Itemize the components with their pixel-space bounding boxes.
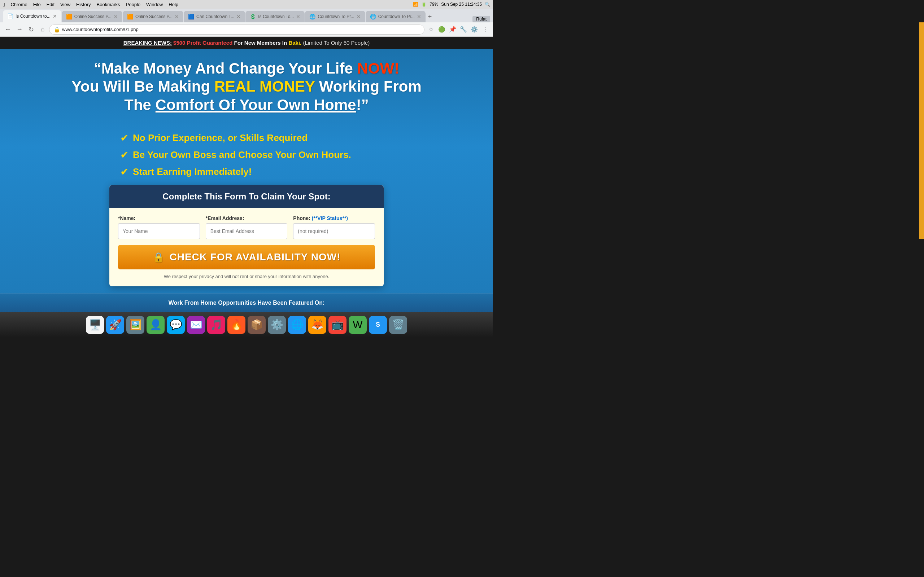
dock-finder-icon[interactable]: 🖥️: [86, 316, 104, 334]
hero-now: NOW!: [357, 60, 399, 77]
tab-3-title: Online Success P...: [135, 14, 173, 19]
hero-line2: You Will Be Making: [71, 78, 215, 95]
extension-2-icon[interactable]: 📌: [447, 24, 458, 35]
dock-contacts-icon[interactable]: 👤: [147, 316, 165, 334]
url-text: www.countdowntoprofits.com/01.php: [62, 27, 420, 32]
name-input[interactable]: [118, 223, 200, 239]
featured-text: Work From Home Opportunities Have Been F…: [168, 300, 325, 306]
phone-vip-label: (**VIP Status**): [312, 215, 348, 221]
breaking-news-city: Baki.: [288, 40, 301, 46]
dock-settings-icon[interactable]: ⚙️: [268, 316, 286, 334]
form-header: Complete This Form To Claim Your Spot:: [109, 185, 384, 208]
address-bar: ← → ↻ ⌂ 🔒 www.countdowntoprofits.com/01.…: [0, 23, 493, 37]
back-button[interactable]: ←: [3, 24, 13, 35]
tab-2[interactable]: 🟧 Online Success P... ✕: [62, 11, 122, 23]
tab-5-close[interactable]: ✕: [296, 14, 300, 19]
tab-6-close[interactable]: ✕: [357, 14, 361, 19]
name-label: *Name:: [118, 215, 200, 221]
menu-file[interactable]: File: [33, 2, 41, 7]
tab-2-favicon: 🟧: [66, 14, 72, 19]
hero-line1: “Make Money And Change Your Life: [94, 60, 357, 77]
tab-3-close[interactable]: ✕: [175, 14, 179, 19]
dock-safari-icon[interactable]: S: [369, 316, 387, 334]
menu-window[interactable]: Window: [146, 2, 163, 7]
checkmark-2-icon: ✔: [120, 149, 129, 161]
extension-1-icon[interactable]: 🟢: [437, 24, 447, 35]
bullet-item-1: ✔ No Prior Experience, or Skills Require…: [120, 132, 373, 144]
tab-7-title: Countdown To Pr...: [378, 14, 415, 19]
hero-comfort: Comfort Of Your Own Home: [155, 96, 356, 113]
menu-history[interactable]: History: [76, 2, 90, 7]
address-bar-actions: ☆ 🟢 📌 🔧 ⚙️ ⋮: [426, 24, 490, 35]
dock-chrome-icon[interactable]: 🌐: [288, 316, 306, 334]
submit-button[interactable]: 🔒 CHECK FOR AVAILABILITY NOW!: [118, 245, 375, 269]
clock: Sun Sep 25 11:24:35: [441, 2, 482, 7]
bullet-item-3: ✔ Start Earning Immediately!: [120, 166, 373, 178]
reload-button[interactable]: ↻: [26, 24, 36, 35]
phone-label: Phone: (**VIP Status**): [293, 215, 375, 221]
dock: 🖥️ 🚀 🖼️ 👤 💬 ✉️ 🎵 🔥 📦 ⚙️ 🌐 🦊 📺 W S 🗑️: [0, 312, 493, 337]
menu-help[interactable]: Help: [168, 2, 178, 7]
name-field-group: *Name:: [118, 215, 200, 239]
wifi-icon: 📶: [413, 2, 418, 7]
tab-7-close[interactable]: ✕: [417, 14, 421, 19]
phone-input[interactable]: [293, 223, 375, 239]
tab-6-title: Countdown To Pr...: [318, 14, 354, 19]
profile-button[interactable]: Rufat: [472, 16, 490, 23]
url-bar[interactable]: 🔒 www.countdowntoprofits.com/01.php: [49, 24, 425, 35]
page-content: BREAKING NEWS: $500 Profit Guaranteed Fo…: [0, 37, 493, 312]
dock-launch-icon[interactable]: 🚀: [106, 316, 124, 334]
form-fields: *Name: *Email Address: Phone: (**VIP Sta…: [118, 215, 375, 239]
breaking-news-label: BREAKING NEWS:: [123, 40, 172, 46]
tab-5-favicon: 💲: [250, 14, 256, 19]
dock-app2-icon[interactable]: 📦: [247, 316, 266, 334]
tab-2-close[interactable]: ✕: [114, 14, 118, 19]
menu-bar-right: 📶 🔋 79% Sun Sep 25 11:24:35 🔍: [413, 2, 490, 7]
tab-7[interactable]: 🌐 Countdown To Pr... ✕: [366, 11, 426, 23]
checkmark-1-icon: ✔: [120, 132, 129, 144]
tab-4[interactable]: 🟦 Can Countdown T... ✕: [184, 11, 245, 23]
tab-7-favicon: 🌐: [370, 14, 376, 19]
tab-3[interactable]: 🟧 Online Success P... ✕: [123, 11, 183, 23]
dock-skype-icon[interactable]: 💬: [167, 316, 185, 334]
tab-4-close[interactable]: ✕: [236, 14, 241, 19]
menu-view[interactable]: View: [60, 2, 70, 7]
dock-app1-icon[interactable]: 🔥: [228, 316, 246, 334]
dock-photo-icon[interactable]: 🖼️: [126, 316, 144, 334]
apple-logo-icon[interactable]: : [3, 2, 5, 8]
tab-5[interactable]: 💲 Is Countdown To... ✕: [246, 11, 305, 23]
hero-real-money: REAL MONEY: [215, 78, 315, 95]
extension-3-icon[interactable]: 🔧: [459, 24, 468, 35]
breaking-news-middle: For New Members In: [234, 40, 289, 46]
menu-bookmarks[interactable]: Bookmarks: [97, 2, 120, 7]
star-icon[interactable]: ☆: [426, 24, 436, 35]
hero-line3-pre: The: [124, 96, 155, 113]
search-icon[interactable]: 🔍: [485, 2, 490, 7]
forward-button[interactable]: →: [15, 24, 24, 35]
dock-app4-icon[interactable]: 📺: [328, 316, 347, 334]
privacy-text: We respect your privacy and will not ren…: [118, 274, 375, 279]
menu-people[interactable]: People: [126, 2, 141, 7]
dock-trash-icon[interactable]: 🗑️: [389, 316, 407, 334]
hero-section: “Make Money And Change Your Life NOW! Yo…: [0, 49, 493, 125]
menu-bar:  Chrome File Edit View History Bookmark…: [0, 0, 493, 9]
extension-4-icon[interactable]: ⚙️: [469, 24, 479, 35]
extensions-area: ☆ 🟢 📌 🔧 ⚙️ ⋮: [426, 24, 490, 35]
tab-6[interactable]: 🌐 Countdown To Pr... ✕: [305, 11, 365, 23]
dock-app3-icon[interactable]: 🦊: [308, 316, 326, 334]
new-tab-button[interactable]: +: [426, 11, 434, 23]
dock-mail-icon[interactable]: ✉️: [187, 316, 205, 334]
menu-chrome[interactable]: Chrome: [10, 2, 27, 7]
menu-edit[interactable]: Edit: [47, 2, 55, 7]
dock-music-icon[interactable]: 🎵: [207, 316, 225, 334]
home-button[interactable]: ⌂: [37, 24, 48, 35]
form-body: *Name: *Email Address: Phone: (**VIP Sta…: [109, 208, 384, 286]
email-input[interactable]: [206, 223, 288, 239]
tab-2-title: Online Success P...: [74, 14, 111, 19]
tab-4-favicon: 🟦: [188, 14, 194, 19]
tab-5-title: Is Countdown To...: [258, 14, 294, 19]
tab-1-close[interactable]: ✕: [53, 13, 57, 19]
dock-word-icon[interactable]: W: [349, 316, 367, 334]
tab-1[interactable]: 📄 Is Countdown to... ✕: [3, 10, 61, 23]
more-button[interactable]: ⋮: [480, 24, 490, 35]
